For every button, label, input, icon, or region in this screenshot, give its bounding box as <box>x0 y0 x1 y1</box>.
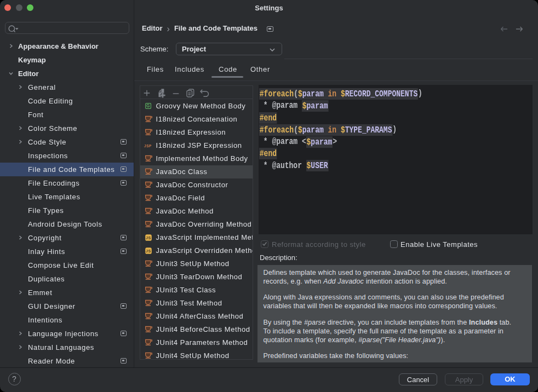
svg-text:G: G <box>146 103 150 108</box>
svg-text:JS: JS <box>146 248 151 253</box>
svg-text:JSP: JSP <box>144 144 152 148</box>
svg-text:JS: JS <box>146 235 151 240</box>
